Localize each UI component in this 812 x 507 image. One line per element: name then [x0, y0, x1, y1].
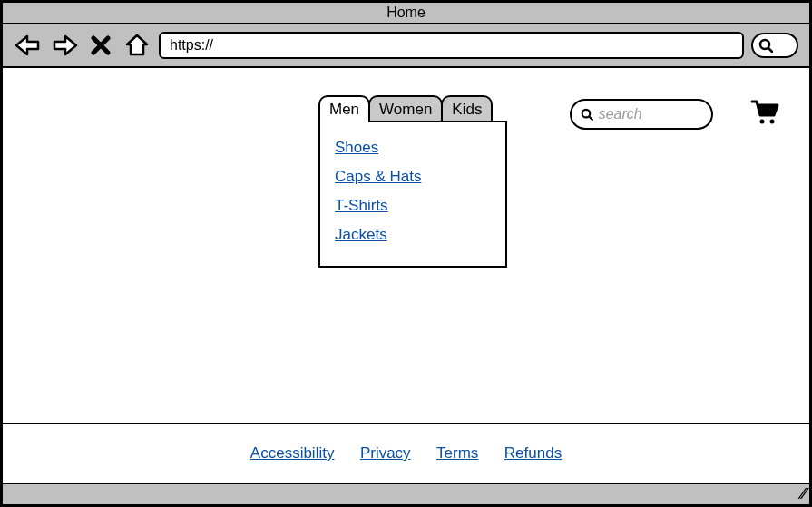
cart-button[interactable] — [750, 99, 779, 130]
close-icon — [91, 35, 111, 55]
tab-kids[interactable]: Kids — [441, 95, 493, 122]
resize-grip[interactable]: ⁄⁄ — [801, 486, 806, 502]
window-title: Home — [3, 3, 809, 24]
arrow-right-icon — [51, 34, 78, 56]
svg-line-1 — [768, 48, 772, 52]
menu-link-tshirts[interactable]: T-Shirts — [335, 197, 491, 215]
footer-link-accessibility[interactable]: Accessibility — [250, 444, 335, 462]
menu-link-shoes[interactable]: Shoes — [335, 139, 491, 157]
browser-search-button[interactable] — [751, 33, 798, 58]
footer-link-privacy[interactable]: Privacy — [360, 444, 411, 462]
footer-link-refunds[interactable]: Refunds — [504, 444, 562, 462]
cart-icon — [750, 99, 779, 126]
category-tabs: Men Women Kids Shoes Caps & Hats T-Shirt… — [318, 95, 507, 268]
page-content: Men Women Kids Shoes Caps & Hats T-Shirt… — [3, 68, 809, 423]
forward-button[interactable] — [50, 33, 79, 58]
svg-line-3 — [589, 117, 592, 120]
tab-women[interactable]: Women — [368, 95, 443, 122]
arrow-left-icon — [15, 34, 42, 56]
tab-panel-men: Shoes Caps & Hats T-Shirts Jackets — [318, 121, 507, 268]
svg-point-5 — [770, 120, 775, 124]
menu-link-jackets[interactable]: Jackets — [335, 226, 491, 244]
menu-link-caps-hats[interactable]: Caps & Hats — [335, 168, 491, 186]
footer-link-terms[interactable]: Terms — [436, 444, 478, 462]
footer: Accessibility Privacy Terms Refunds — [3, 423, 809, 483]
home-icon — [125, 34, 149, 57]
back-button[interactable] — [14, 33, 43, 58]
site-search-input[interactable] — [599, 106, 702, 122]
browser-toolbar — [3, 24, 809, 68]
site-search[interactable] — [570, 99, 713, 130]
home-button[interactable] — [122, 33, 152, 58]
search-icon — [758, 38, 773, 53]
search-icon — [581, 107, 593, 122]
svg-point-4 — [760, 120, 765, 124]
stop-button[interactable] — [86, 33, 115, 58]
url-input[interactable] — [159, 32, 744, 59]
tab-men[interactable]: Men — [318, 95, 370, 122]
status-bar: ⁄⁄ — [3, 483, 809, 504]
browser-window: Home — [0, 0, 812, 507]
